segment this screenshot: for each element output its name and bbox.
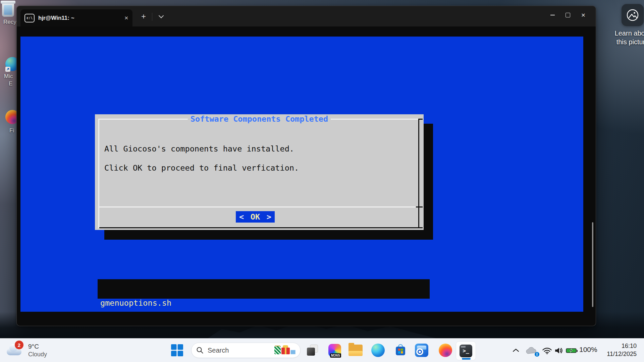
search-icon	[196, 347, 204, 354]
windows-terminal-icon: >_	[460, 345, 472, 357]
minimize-button[interactable]	[545, 8, 560, 22]
shell-output: gmenuoptions.sh 8da99bc5516583eaf79a96e9…	[98, 279, 430, 299]
taskbar-app-microsoft-edge[interactable]	[371, 343, 385, 358]
new-tab-button[interactable]: +	[138, 10, 150, 22]
close-button[interactable]: ✕	[576, 8, 591, 22]
blue-gift-icon	[290, 350, 296, 354]
firefox-icon	[439, 344, 452, 357]
search-placeholder: Search	[208, 347, 270, 354]
chevron-down-icon	[158, 13, 164, 18]
condition-label: Cloudy	[28, 351, 47, 358]
red-gift-icon	[281, 348, 290, 354]
tray-volume-button[interactable]	[554, 346, 565, 356]
speaker-icon	[554, 347, 564, 355]
dialog-border-left	[98, 119, 99, 228]
battery-percent-label: 100%	[579, 346, 597, 354]
taskbar-app-m365-copilot[interactable]: M365	[327, 343, 342, 358]
ok-button[interactable]: < OK >	[236, 211, 275, 223]
taskbar: 2 9°C Cloudy Search	[0, 338, 644, 362]
search-highlight-gifts-icon	[274, 346, 296, 354]
file-explorer-icon	[348, 345, 363, 356]
notification-badge: 2	[15, 341, 23, 349]
dialog-title: Software Components Completed	[188, 114, 331, 124]
shell-output-line1: gmenuoptions.sh	[100, 298, 430, 308]
wifi-icon	[542, 347, 552, 355]
clock-date: 11/12/2025	[607, 350, 637, 358]
search-box[interactable]: Search	[191, 343, 301, 358]
gift-bag-icon	[274, 346, 281, 354]
tab-title: hjr@Win11: ~	[38, 15, 120, 21]
taskbar-app-outlook[interactable]	[414, 343, 429, 358]
message-dialog: Software Components Completed All Giocos…	[95, 114, 424, 230]
maximize-icon	[566, 13, 570, 17]
ok-button-label: OK	[251, 212, 260, 222]
whiptail-root-screen: Software Components Completed All Giocos…	[20, 37, 583, 312]
info-badge-icon	[535, 352, 539, 357]
tabbar-divider	[152, 13, 152, 21]
taskbar-app-microsoft-store[interactable]	[393, 343, 408, 358]
taskbar-app-file-explorer[interactable]	[348, 343, 363, 358]
taskbar-app-windows-terminal-active[interactable]: >_	[456, 341, 476, 360]
temperature-label: 9°C	[28, 343, 39, 350]
window-controls: ✕	[545, 8, 591, 22]
m365-copilot-icon: M365	[328, 344, 341, 357]
screen: Recy Mic E Fi Learn about this picture	[0, 0, 644, 362]
tray-chevron-up-button[interactable]	[512, 347, 520, 353]
minimize-icon	[550, 15, 555, 15]
battery-charging-icon	[566, 348, 578, 354]
taskbar-app-firefox[interactable]	[438, 343, 453, 358]
taskbar-clock[interactable]: 16:10 11/12/2025	[607, 342, 637, 358]
microsoft-store-icon	[394, 343, 407, 357]
dialog-border-right	[418, 119, 419, 228]
m365-badge: M365	[330, 353, 341, 358]
active-app-indicator	[462, 358, 471, 360]
dialog-separator-right-cap	[416, 206, 423, 207]
tray-wifi-button[interactable]	[541, 346, 553, 355]
ok-button-left-bracket: <	[239, 212, 244, 222]
tray-battery-button[interactable]	[566, 347, 578, 354]
picture-icon	[622, 4, 644, 26]
recycle-bin-icon	[2, 3, 14, 17]
edge-icon	[371, 344, 385, 357]
windows-logo-icon	[171, 344, 183, 356]
outlook-icon	[415, 344, 428, 357]
tab-close-icon[interactable]: ✕	[124, 15, 128, 21]
spotlight-label: Learn about this picture	[609, 29, 644, 46]
dialog-body-line1: All Giocoso's components have installed.	[104, 144, 294, 154]
terminal-scrollbar-thumb[interactable]	[592, 222, 593, 307]
terminal-tab[interactable]: c:\ hjr@Win11: ~ ✕	[20, 9, 132, 26]
terminal-content: Software Components Completed All Giocos…	[17, 26, 596, 326]
dialog-button-separator	[98, 206, 416, 207]
ok-button-right-bracket: >	[267, 212, 271, 222]
shortcut-arrow-icon	[5, 67, 10, 72]
clock-time: 16:10	[607, 342, 637, 350]
command-prompt-icon: c:\	[24, 14, 35, 22]
start-button[interactable]	[170, 344, 184, 357]
dialog-border-bottom	[99, 227, 423, 228]
tray-onedrive-button[interactable]	[524, 346, 538, 356]
desktop-icon-spotlight[interactable]: Learn about this picture	[609, 4, 644, 46]
chevron-up-icon	[513, 348, 519, 352]
dialog-body-line2: Click OK to proceed to final verfication…	[104, 163, 299, 173]
weather-widget[interactable]: 2 9°C Cloudy	[5, 340, 72, 361]
tab-dropdown-button[interactable]	[155, 10, 167, 22]
maximize-button[interactable]	[560, 8, 576, 22]
terminal-window: c:\ hjr@Win11: ~ ✕ + ✕	[16, 6, 596, 326]
terminal-tab-bar: c:\ hjr@Win11: ~ ✕ + ✕	[17, 6, 596, 26]
taskbar-app-task-view[interactable]	[305, 343, 320, 358]
